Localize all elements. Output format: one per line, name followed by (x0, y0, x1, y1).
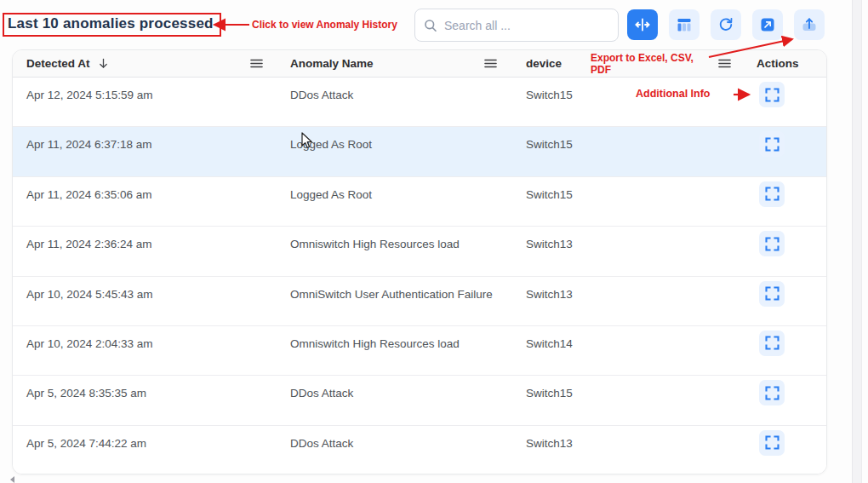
table-row[interactable]: Apr 10, 2024 2:04:33 am Omniswitch High … (13, 326, 826, 376)
refresh-icon (717, 16, 734, 33)
actions-cell (741, 78, 826, 107)
annotation-click-to-view: Click to view Anomaly History (252, 19, 397, 31)
anomaly-name-cell: Logged As Root (273, 177, 507, 201)
column-label: Detected At (26, 57, 90, 70)
device-cell: Switch15 (507, 177, 741, 201)
actions-cell (741, 227, 826, 256)
device-cell: Switch15 (507, 376, 741, 400)
expand-row-button[interactable] (759, 380, 785, 405)
table-row[interactable]: Apr 11, 2024 2:36:24 am Omniswitch High … (13, 227, 826, 276)
actions-cell (741, 127, 826, 157)
detected-at-cell: Apr 5, 2024 7:44:22 am (13, 426, 273, 450)
table-row[interactable]: Apr 11, 2024 6:37:18 am Logged As Root S… (13, 127, 826, 176)
table-row[interactable]: Apr 12, 2024 5:15:59 am DDos Attack Swit… (13, 78, 826, 127)
grid-toolbar (627, 9, 825, 40)
column-label: Anomaly Name (290, 57, 374, 70)
expand-corners-icon (765, 88, 779, 102)
columns-panel-button[interactable] (669, 9, 700, 40)
anomaly-name-cell: OmniSwitch User Authentication Failure (273, 277, 507, 301)
column-label: Actions (757, 57, 799, 70)
device-cell: Switch13 (507, 426, 741, 450)
horizontal-scroll-arrow-icon[interactable] (10, 476, 14, 483)
column-menu-icon[interactable] (250, 59, 263, 68)
sort-desc-icon[interactable] (98, 58, 109, 69)
actions-cell (741, 376, 826, 405)
column-menu-icon[interactable] (484, 59, 497, 68)
search-box[interactable] (414, 9, 619, 42)
expand-corners-icon (765, 435, 779, 450)
anomaly-name-cell: DDos Attack (273, 78, 507, 101)
device-cell: Switch14 (507, 326, 741, 350)
expand-corners-icon (765, 336, 779, 350)
expand-row-button[interactable] (759, 430, 785, 456)
expand-row-button[interactable] (759, 131, 785, 157)
arrow-up-right-icon (759, 16, 776, 33)
detected-at-cell: Apr 11, 2024 6:35:06 am (13, 177, 273, 201)
column-menu-icon[interactable] (718, 59, 731, 68)
expand-corners-icon (765, 187, 779, 201)
detected-at-cell: Apr 10, 2024 2:04:33 am (13, 326, 273, 350)
vertical-scrollbar[interactable] (852, 0, 862, 483)
autofit-columns-button[interactable] (627, 9, 658, 40)
expand-row-button[interactable] (759, 281, 785, 307)
anomalies-table: Detected At Anomaly Name device Actions … (12, 49, 827, 474)
device-cell: Switch13 (507, 227, 741, 250)
expand-row-button[interactable] (759, 82, 785, 107)
table-body: Apr 12, 2024 5:15:59 am DDos Attack Swit… (13, 78, 826, 474)
search-input[interactable] (444, 19, 609, 32)
open-in-new-button[interactable] (752, 9, 783, 40)
annotation-additional-info: Additional Info (636, 88, 710, 100)
columns-icon (676, 16, 693, 33)
expand-corners-icon (765, 137, 779, 152)
export-button[interactable] (794, 9, 825, 40)
search-icon (424, 19, 437, 32)
detected-at-cell: Apr 12, 2024 5:15:59 am (13, 78, 273, 101)
upload-icon (800, 15, 819, 34)
detected-at-cell: Apr 10, 2024 5:45:43 am (13, 277, 273, 301)
detected-at-cell: Apr 5, 2024 8:35:35 am (13, 376, 273, 400)
expand-corners-icon (765, 237, 779, 251)
table-row[interactable]: Apr 11, 2024 6:35:06 am Logged As Root S… (13, 177, 826, 227)
device-cell: Switch13 (507, 277, 741, 301)
anomaly-name-cell: Omniswitch High Resources load (273, 227, 507, 250)
detected-at-cell: Apr 11, 2024 6:37:18 am (13, 127, 273, 151)
expand-row-button[interactable] (759, 181, 785, 207)
anomaly-name-cell: DDos Attack (273, 426, 507, 450)
column-header-actions: Actions (741, 50, 826, 77)
expand-row-button[interactable] (759, 331, 785, 356)
expand-corners-icon (765, 286, 779, 301)
device-cell: Switch15 (507, 127, 741, 151)
actions-cell (741, 326, 826, 356)
anomaly-history-title-box[interactable]: Last 10 anomalies processed (3, 13, 221, 37)
anomaly-name-cell: Omniswitch High Resources load (273, 326, 507, 350)
column-header-detected-at[interactable]: Detected At (13, 50, 273, 77)
expand-corners-icon (765, 386, 779, 400)
table-row[interactable]: Apr 5, 2024 8:35:35 am DDos Attack Switc… (13, 376, 826, 425)
arrows-left-right-icon (634, 16, 651, 33)
annotation-export-note: Export to Excel, CSV, PDF (591, 52, 710, 76)
actions-cell (741, 177, 826, 207)
page-title[interactable]: Last 10 anomalies processed (8, 15, 214, 32)
actions-cell (741, 426, 826, 456)
column-label: device (526, 57, 562, 70)
actions-cell (741, 277, 826, 307)
detected-at-cell: Apr 11, 2024 2:36:24 am (13, 227, 273, 250)
refresh-button[interactable] (711, 9, 741, 40)
anomaly-name-cell: Logged As Root (273, 127, 507, 151)
table-row[interactable]: Apr 10, 2024 5:45:43 am OmniSwitch User … (13, 277, 826, 326)
expand-row-button[interactable] (759, 231, 785, 256)
table-row[interactable]: Apr 5, 2024 7:44:22 am DDos Attack Switc… (13, 426, 826, 474)
anomaly-name-cell: DDos Attack (273, 376, 507, 400)
column-header-anomaly-name[interactable]: Anomaly Name (273, 50, 507, 77)
